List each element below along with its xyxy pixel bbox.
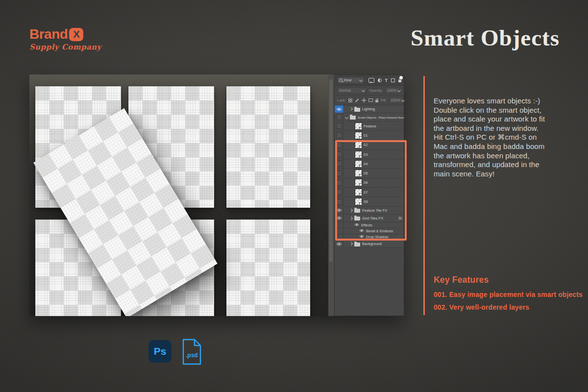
layer-row-drop-shadow[interactable]: Drop Shadow (335, 234, 404, 240)
eye-well[interactable] (335, 197, 343, 206)
eye-column (335, 228, 343, 234)
brand-x-badge: X (69, 28, 83, 41)
smart-object-thumbnail[interactable] (355, 151, 362, 158)
eye-well[interactable] (335, 159, 343, 168)
lock-transparency-icon[interactable] (348, 98, 352, 102)
eye-well[interactable] (335, 178, 343, 187)
eye-column (335, 222, 343, 228)
eye-icon[interactable] (335, 240, 343, 247)
chevron-down-icon (401, 98, 405, 102)
eye-well[interactable] (335, 150, 343, 159)
smart-object-thumbnail[interactable] (355, 142, 362, 148)
lock-artboard-icon[interactable] (368, 98, 373, 102)
photoshop-layers-panel: Kind Normal Opacity: 100% (334, 74, 404, 316)
mockup-scene (29, 74, 334, 316)
layer-row-02[interactable]: 02 (335, 141, 404, 150)
layer-row-grid-tiles-fx[interactable]: Grid Tiles FX fx (335, 215, 404, 222)
photoshop-app-label: Ps (154, 345, 167, 357)
page-title: Smart Objects (411, 24, 560, 51)
eye-well[interactable] (335, 169, 343, 177)
opacity-label: Opacity: (369, 88, 383, 93)
chevron-right-icon[interactable] (349, 217, 353, 220)
eye-icon[interactable] (359, 235, 364, 239)
artwork-tile (226, 86, 310, 208)
fx-badge: fx (398, 216, 402, 220)
smart-object-thumbnail[interactable] (355, 161, 362, 167)
shape-filter-icon[interactable] (391, 78, 395, 82)
layer-label: Drop Shadow (366, 235, 388, 239)
layer-row-feature-tile-fx[interactable]: Feature Tile FX (335, 207, 404, 215)
brand-x-letter: X (73, 29, 80, 39)
scrollbar-thumb[interactable] (329, 79, 333, 262)
fill-dropdown[interactable]: 100% (389, 97, 404, 103)
fill-value: 100% (391, 98, 400, 102)
layer-row-06[interactable]: 06 (335, 178, 404, 188)
chevron-right-icon[interactable] (349, 107, 353, 111)
smart-object-thumbnail[interactable] (355, 179, 362, 186)
layer-filter-dropdown[interactable]: Kind (337, 77, 364, 84)
type-filter-icon[interactable] (385, 78, 388, 83)
smart-object-thumbnail[interactable] (355, 170, 362, 176)
opacity-dropdown[interactable]: 100% (385, 87, 400, 94)
layer-row-04[interactable]: 04 (335, 159, 404, 169)
fill-label: Fill: (381, 98, 387, 102)
folder-icon (354, 243, 360, 246)
layer-label: Smart Objects - Place Artwork Here (358, 116, 404, 119)
layer-label: Background (362, 242, 382, 246)
brand-logo: Brand X Supply Company (29, 27, 101, 51)
layer-row-lighting[interactable]: Lighting (335, 105, 404, 113)
accent-divider-line (423, 76, 425, 315)
eye-icon[interactable] (354, 223, 359, 227)
eye-icon[interactable] (335, 105, 343, 113)
eye-well[interactable] (335, 141, 343, 149)
opacity-value: 100% (387, 88, 396, 93)
eye-well[interactable] (335, 113, 343, 121)
eye-icon[interactable] (359, 229, 364, 233)
feature-item-1: 001. Easy image placement via smart obje… (434, 291, 583, 298)
layer-label: Lighting (362, 107, 375, 111)
blend-mode-value: Normal (339, 88, 351, 93)
layer-row-01[interactable]: 01 (335, 131, 404, 140)
description-paragraph: Everyone loves smart objects :-) Double … (434, 97, 569, 178)
blend-mode-row: Normal Opacity: 100% (335, 86, 404, 96)
smart-object-thumbnail[interactable] (355, 123, 362, 129)
chevron-down-icon[interactable] (345, 115, 348, 119)
lock-filter-icon[interactable] (398, 80, 401, 82)
smart-object-thumbnail[interactable] (355, 189, 362, 196)
layer-row-08[interactable]: 08 (335, 197, 404, 206)
lock-pixels-icon[interactable] (355, 98, 359, 102)
layer-row-07[interactable]: 07 (335, 188, 404, 197)
panel-corner-dot (399, 76, 403, 79)
blend-mode-dropdown[interactable]: Normal (337, 87, 367, 94)
layer-row-03[interactable]: 03 (335, 150, 404, 159)
layer-label: Grid Tiles FX (362, 216, 383, 220)
smart-object-thumbnail[interactable] (355, 132, 362, 139)
layer-row-bevel-emboss[interactable]: Bevel & Emboss (335, 228, 404, 234)
eye-well[interactable] (335, 188, 343, 196)
layer-row-feature[interactable]: Feature (335, 122, 404, 131)
chevron-down-icon (359, 78, 362, 82)
lock-all-icon[interactable] (375, 100, 378, 102)
lock-position-icon[interactable] (362, 98, 366, 102)
adjustment-filter-icon[interactable] (378, 78, 382, 82)
layer-row-05[interactable]: 05 (335, 169, 404, 178)
eye-icon[interactable] (335, 207, 343, 214)
eye-well[interactable] (335, 122, 343, 130)
chevron-right-icon[interactable] (349, 209, 353, 212)
photoshop-app-icon: Ps (148, 340, 172, 363)
layer-label: Feature (364, 124, 376, 128)
eye-well[interactable] (335, 131, 343, 140)
feature-item-2: 002. Very well-ordered layers (434, 304, 529, 311)
layer-row-smart-objects-group[interactable]: Smart Objects - Place Artwork Here (335, 113, 404, 122)
photo-filter-icon[interactable] (368, 78, 374, 83)
eye-icon[interactable] (335, 215, 343, 222)
smart-object-thumbnail[interactable] (355, 198, 362, 205)
chevron-right-icon[interactable] (349, 242, 353, 245)
brand-tagline: Supply Company (29, 43, 101, 51)
layer-row-effects[interactable]: Effects (335, 222, 404, 229)
artwork-tile (226, 220, 310, 316)
chevron-down-icon (362, 89, 365, 92)
filter-kind-value: Kind (344, 78, 351, 82)
layer-row-background[interactable]: Background (335, 240, 404, 248)
eye-column (335, 234, 343, 240)
